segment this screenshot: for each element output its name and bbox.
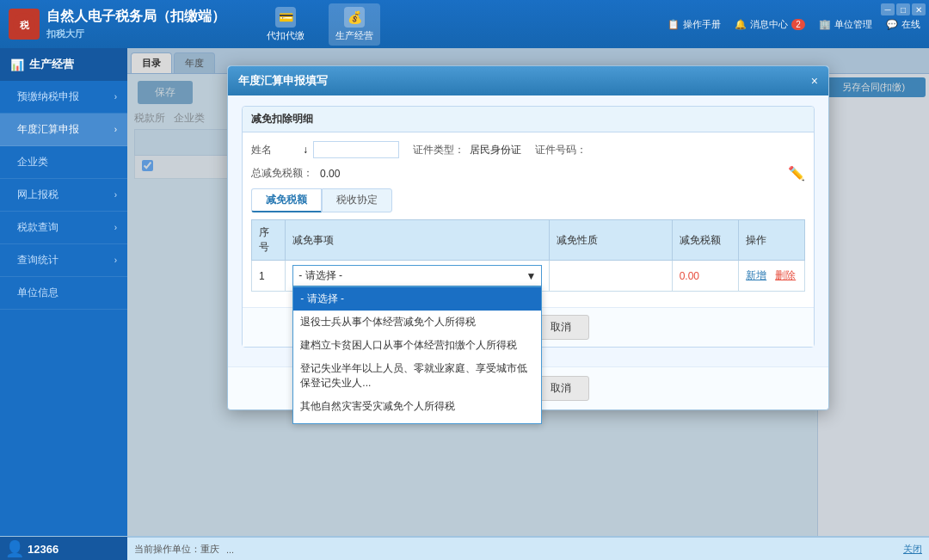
sidebar: 📊 生产经营 预缴纳税申报 › 年度汇算申报 › 企业类 网上报税 › 税款查询… bbox=[0, 48, 127, 560]
sidebar-item-statistics[interactable]: 查询统计 › bbox=[0, 244, 127, 277]
company-btn[interactable]: 🏢 单位管理 bbox=[819, 18, 872, 31]
manual-icon: 📋 bbox=[668, 19, 680, 30]
manual-btn[interactable]: 📋 操作手册 bbox=[668, 18, 721, 31]
th-event: 减免事项 bbox=[286, 220, 550, 261]
minimize-btn[interactable]: ─ bbox=[881, 3, 895, 15]
app-title: 自然人电子税务局（扣缴端） bbox=[46, 8, 225, 26]
id-type-value: 居民身份证 bbox=[470, 143, 521, 157]
content-area: 目录 年度 保存 税款所 企业类 序 所 bbox=[127, 48, 929, 560]
online-btn[interactable]: 💬 在线 bbox=[886, 18, 920, 31]
th-seq: 序号 bbox=[252, 220, 286, 261]
status-detail: ... bbox=[226, 545, 234, 555]
sidebar-item-online[interactable]: 网上报税 › bbox=[0, 179, 127, 212]
sidebar-online-label: 网上报税 bbox=[17, 188, 58, 202]
modal-header: 年度汇算申报填写 × bbox=[228, 66, 828, 95]
total-reduction-label: 总减免税额： bbox=[251, 166, 313, 181]
dropdown-list: - 请选择 - 退役士兵从事个体经营减免个人所得税 建档立卡贫困人口从事个体经营… bbox=[292, 286, 542, 424]
app-subtitle: 扣税大厅 bbox=[46, 28, 225, 40]
sidebar-item-taxquery[interactable]: 税款查询 › bbox=[0, 212, 127, 244]
company-label: 单位管理 bbox=[834, 18, 872, 31]
row-1-ops: 新增 删除 bbox=[739, 261, 805, 292]
sidebar-statistics-arrow: › bbox=[114, 255, 117, 265]
inner-modal: 减免扣除明细 姓名 ↓ 证件类型： bbox=[242, 106, 815, 348]
th-nature: 减免性质 bbox=[550, 220, 672, 261]
sidebar-item-prepay[interactable]: 预缴纳税申报 › bbox=[0, 81, 127, 114]
sidebar-item-unit[interactable]: 单位信息 bbox=[0, 277, 127, 310]
message-icon: 🔔 bbox=[735, 19, 747, 30]
sidebar-taxquery-label: 税款查询 bbox=[17, 220, 58, 235]
inner-modal-body: 姓名 ↓ 证件类型： 居民身份证 证件号码： bbox=[243, 132, 814, 307]
header-right: 📋 操作手册 🔔 消息中心 2 🏢 单位管理 💬 在线 bbox=[668, 18, 920, 31]
dropdown-item-opt4[interactable]: 其他自然灾害受灾减免个人所得税 bbox=[293, 395, 541, 418]
bottom-logo: 👤 12366 bbox=[0, 537, 127, 560]
person-info-row: 姓名 ↓ 证件类型： 居民身份证 证件号码： bbox=[251, 141, 805, 158]
logo-icon: 税 bbox=[9, 9, 40, 40]
maximize-btn[interactable]: □ bbox=[896, 3, 910, 15]
manual-label: 操作手册 bbox=[683, 18, 721, 31]
window-controls: ─ □ ✕ bbox=[881, 3, 926, 15]
sidebar-item-enterprise[interactable]: 企业类 bbox=[0, 146, 127, 179]
nav-production[interactable]: 💰 生产经营 bbox=[329, 3, 380, 46]
row-1-event: - 请选择 - ▼ - 请选择 - 退役士兵从事个体经营减免个人所得税 bbox=[286, 261, 550, 292]
modal-title: 年度汇算申报填写 bbox=[238, 73, 328, 89]
nav-production-label: 生产经营 bbox=[335, 29, 373, 42]
add-link[interactable]: 新增 bbox=[746, 269, 766, 281]
nav-tax-withheld[interactable]: 💳 代扣代缴 bbox=[260, 3, 311, 46]
sidebar-item-annual[interactable]: 年度汇算申报 › bbox=[0, 114, 127, 146]
delete-link[interactable]: 删除 bbox=[775, 269, 796, 281]
header-nav: 💳 代扣代缴 💰 生产经营 bbox=[260, 3, 380, 46]
dropdown-select[interactable]: - 请选择 - ▼ bbox=[292, 265, 542, 286]
sub-tab-reduction[interactable]: 减免税额 bbox=[251, 188, 322, 212]
main-modal: 年度汇算申报填写 × 减免扣除明细 姓名 bbox=[227, 65, 829, 410]
modal-close-btn[interactable]: × bbox=[811, 74, 818, 88]
sidebar-prepay-label: 预缴纳税申报 bbox=[17, 89, 79, 104]
message-btn[interactable]: 🔔 消息中心 2 bbox=[735, 18, 805, 31]
online-label: 在线 bbox=[901, 18, 920, 31]
id-no-field: 证件号码： bbox=[535, 143, 592, 157]
tax-withheld-icon: 💳 bbox=[275, 7, 296, 28]
sidebar-prepay-arrow: › bbox=[114, 92, 117, 102]
id-type-label: 证件类型： bbox=[413, 143, 464, 157]
sidebar-statistics-label: 查询统计 bbox=[17, 253, 58, 268]
row-1-nature bbox=[550, 261, 672, 292]
inner-modal-title: 减免扣除明细 bbox=[251, 113, 313, 125]
logo-phone-icon: 👤 bbox=[5, 539, 24, 558]
phone-number: 12366 bbox=[28, 543, 58, 556]
inner-modal-header: 减免扣除明细 bbox=[243, 107, 814, 132]
main-layout: 📊 生产经营 预缴纳税申报 › 年度汇算申报 › 企业类 网上报税 › 税款查询… bbox=[0, 48, 929, 560]
sidebar-annual-label: 年度汇算申报 bbox=[17, 122, 79, 137]
close-window-btn[interactable]: ✕ bbox=[912, 3, 926, 15]
sidebar-unit-label: 单位信息 bbox=[17, 286, 58, 300]
name-separator: ↓ bbox=[303, 144, 308, 156]
dropdown-item-placeholder[interactable]: - 请选择 - bbox=[293, 287, 541, 311]
status-bar: 当前操作单位：重庆 ... 关闭 bbox=[127, 537, 929, 560]
dropdown-item-opt5[interactable]: 残疾、孤老人员和烈属所得减征个人所得税 bbox=[293, 418, 541, 424]
name-field: 姓名 ↓ bbox=[251, 141, 399, 158]
name-input[interactable] bbox=[313, 141, 399, 158]
dropdown-arrow-icon: ▼ bbox=[526, 270, 536, 282]
th-ops: 操作 bbox=[739, 220, 805, 261]
id-no-label: 证件号码： bbox=[535, 143, 587, 157]
th-amount: 减免税额 bbox=[672, 220, 739, 261]
production-icon: 💰 bbox=[344, 7, 365, 28]
dropdown-item-opt1[interactable]: 退役士兵从事个体经营减免个人所得税 bbox=[293, 311, 541, 334]
app-logo: 税 自然人电子税务局（扣缴端） 扣税大厅 bbox=[9, 8, 225, 40]
name-label: 姓名 bbox=[251, 143, 294, 157]
reduction-table: 序号 减免事项 减免性质 减免税额 操作 1 bbox=[251, 219, 805, 292]
status-unit-label: 当前操作单位：重庆 bbox=[134, 543, 219, 556]
edit-icon[interactable]: ✏️ bbox=[788, 165, 805, 182]
dropdown-selected-label: - 请选择 - bbox=[298, 268, 342, 283]
message-label: 消息中心 bbox=[750, 18, 788, 31]
close-link[interactable]: 关闭 bbox=[903, 543, 922, 556]
svg-text:税: 税 bbox=[19, 20, 30, 30]
table-row: 1 - 请选择 - ▼ bbox=[252, 261, 805, 292]
total-reduction-row: 总减免税额： 0.00 ✏️ bbox=[251, 165, 805, 182]
sidebar-annual-arrow: › bbox=[114, 125, 117, 134]
sub-tab-agreement[interactable]: 税收协定 bbox=[322, 188, 392, 212]
sub-tabs: 减免税额 税收协定 bbox=[251, 188, 805, 212]
sidebar-icon: 📊 bbox=[10, 58, 24, 71]
dropdown-container: - 请选择 - ▼ - 请选择 - 退役士兵从事个体经营减免个人所得税 bbox=[292, 265, 542, 286]
dropdown-item-opt3[interactable]: 登记失业半年以上人员、零就业家庭、享受城市低保登记失业人... bbox=[293, 357, 541, 395]
dropdown-item-opt2[interactable]: 建档立卡贫困人口从事个体经营扣缴个人所得税 bbox=[293, 334, 541, 357]
row-1-amount: 0.00 bbox=[672, 261, 739, 292]
